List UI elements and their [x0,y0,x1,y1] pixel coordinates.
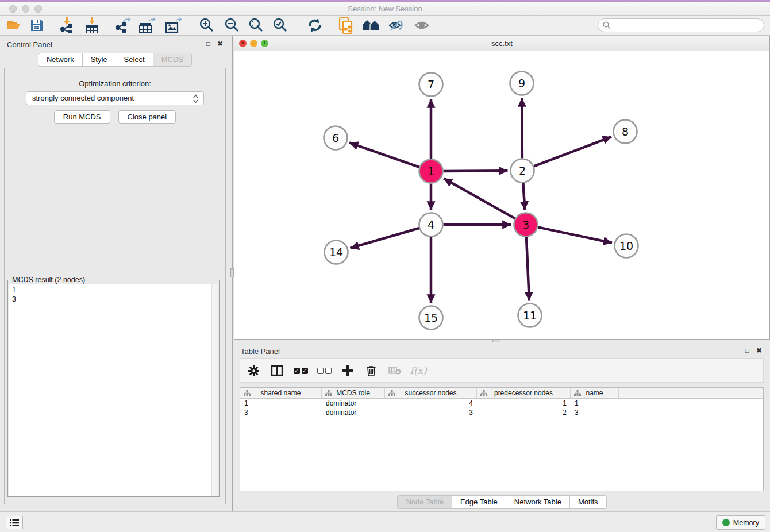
cell-name[interactable]: 3 [571,408,619,417]
mcds-result-legend: MCDS result (2 nodes) [10,276,87,284]
edge-2-8[interactable] [534,137,611,166]
column-header-successor-nodes[interactable]: successor nodes [385,388,477,398]
cell-MCDS-role[interactable]: dominator [322,408,385,417]
zoom-fit-icon[interactable] [247,17,265,34]
graph-node-10[interactable]: 10 [615,234,638,258]
apply-layout-icon[interactable] [306,17,324,34]
edge-4-14[interactable] [351,228,419,248]
column-header-name[interactable]: name [571,388,619,398]
close-panel-icon[interactable]: ✖ [756,347,762,354]
tab-style[interactable]: Style [82,53,116,67]
memory-status-icon [722,519,730,526]
memory-button[interactable]: Memory [716,515,765,530]
mcds-result-text[interactable]: 1 3 [9,284,218,496]
criterion-select[interactable]: strongly connected component [26,91,204,105]
delete-column-icon[interactable] [364,363,379,378]
edge-3-10[interactable] [538,227,612,242]
edge-1-2[interactable] [444,171,508,171]
hide-panels-icon[interactable] [387,17,406,34]
show-panels-icon[interactable] [413,17,431,34]
table-row[interactable]: 3dominator323 [240,408,763,417]
zoom-selected-icon[interactable] [271,17,290,34]
tab-edge-table[interactable]: Edge Table [452,495,506,509]
column-header-predecessor-nodes[interactable]: predecessor nodes [477,388,571,398]
tab-mcds[interactable]: MCDS [153,53,192,67]
cell-successor-nodes[interactable]: 3 [385,408,477,417]
svg-text:2: 2 [519,164,526,177]
graph-node-4[interactable]: 4 [419,213,443,237]
close-panel-button[interactable]: Close panel [118,110,176,124]
graph-node-3[interactable]: 3 [514,213,538,237]
import-table-icon[interactable] [83,17,101,34]
export-table-icon[interactable] [138,17,156,34]
search-icon [603,21,611,29]
cell-predecessor-nodes[interactable]: 2 [477,408,571,417]
graph-node-14[interactable]: 14 [325,241,348,264]
add-column-icon[interactable] [340,363,355,378]
edge-2-9[interactable] [522,98,522,159]
graph-node-6[interactable]: 6 [324,126,348,150]
clone-network-icon[interactable] [337,17,355,34]
graph-node-8[interactable]: 8 [614,120,637,144]
column-header-shared-name[interactable]: shared name [240,388,322,398]
graph-node-7[interactable]: 7 [419,73,443,97]
show-all-networks-icon[interactable] [362,17,380,34]
table-header-row: shared nameMCDS rolesuccessor nodesprede… [240,388,763,399]
search-box [598,18,764,32]
open-session-icon[interactable] [5,17,23,34]
vertical-splitter[interactable] [230,36,234,511]
deselect-all-checkboxes-icon[interactable] [317,363,332,378]
function-builder-icon[interactable]: f(x) [411,363,426,378]
cell-name[interactable]: 1 [571,399,619,408]
edge-2-3[interactable] [523,183,525,210]
cell-predecessor-nodes[interactable]: 1 [477,399,571,408]
graph-node-1[interactable]: 1 [419,160,443,183]
svg-text:9: 9 [518,77,525,90]
run-mcds-button[interactable]: Run MCDS [54,110,110,124]
graph-node-15[interactable]: 15 [419,306,443,330]
network-graph[interactable]: 7968124314101511 [234,51,769,339]
table-row[interactable]: 1dominator411 [240,399,763,408]
svg-text:7: 7 [428,78,434,91]
tab-node-table[interactable]: Node Table [397,495,452,509]
tab-network-table[interactable]: Network Table [506,495,570,509]
search-input[interactable] [598,18,764,32]
show-columns-icon[interactable] [270,363,284,378]
mcds-tab-content: Optimization criterion: strongly connect… [4,68,226,504]
edge-3-11[interactable] [526,237,529,301]
cell-MCDS-role[interactable]: dominator [322,399,385,408]
svg-text:1: 1 [428,165,434,178]
network-window-titlebar[interactable]: × − + scc.txt [234,36,769,51]
graph-node-2[interactable]: 2 [511,159,534,183]
network-canvas[interactable]: 7968124314101511 [234,51,769,339]
zoom-out-icon[interactable] [223,17,241,34]
cell-shared-name[interactable]: 3 [240,408,322,417]
cell-shared-name[interactable]: 1 [240,399,322,408]
export-network-icon[interactable] [114,17,132,34]
float-panel-icon[interactable]: □ [745,347,749,354]
export-image-icon[interactable] [164,17,183,34]
task-history-button[interactable] [6,516,23,529]
result-scrollbar[interactable] [211,284,218,496]
edge-3-1[interactable] [444,179,515,219]
column-header-MCDS-role[interactable]: MCDS role [322,388,385,398]
control-panel-title: Control Panel [7,40,52,49]
table-tabs: Node TableEdge TableNetwork TableMotifs [234,495,770,509]
select-all-checkboxes-icon[interactable]: ✓✓ [293,363,308,378]
graph-node-11[interactable]: 11 [518,304,542,327]
tab-select[interactable]: Select [116,53,153,67]
close-panel-icon[interactable]: ✖ [217,40,223,47]
delete-table-icon[interactable] [387,363,402,378]
float-panel-icon[interactable]: □ [206,40,210,47]
cell-successor-nodes[interactable]: 4 [385,399,477,408]
tab-network[interactable]: Network [38,53,83,67]
tab-motifs[interactable]: Motifs [569,495,607,509]
zoom-in-icon[interactable] [198,17,216,34]
edge-1-6[interactable] [349,142,419,167]
column-settings-gear-icon[interactable] [246,363,261,378]
graph-node-9[interactable]: 9 [510,72,534,95]
import-network-icon[interactable] [57,17,76,34]
app-titlebar: Session: New Session [0,0,770,16]
save-session-icon[interactable] [28,17,46,34]
node-table: shared nameMCDS rolesuccessor nodesprede… [240,387,764,491]
